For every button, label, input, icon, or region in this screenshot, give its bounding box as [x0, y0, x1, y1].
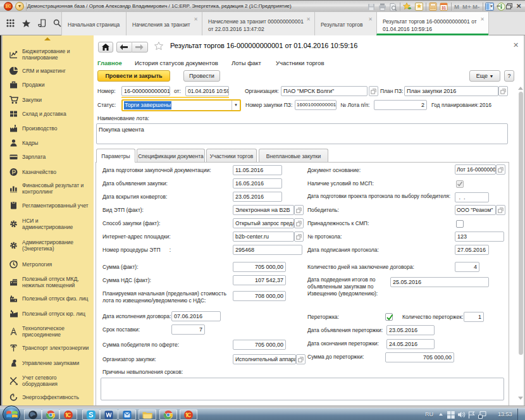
svg-text:31: 31 [442, 6, 447, 10]
